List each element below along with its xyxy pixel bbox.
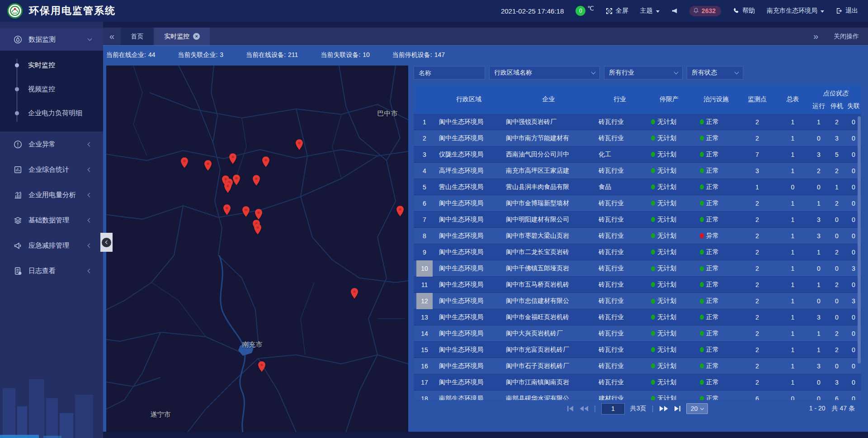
sidebar: 数据监测实时监控视频监控企业电力负荷明细企业异常企业综合统计企业用电量分析基础数… [0,22,103,438]
sidebar-item-enterprise-power-analysis[interactable]: 企业用电量分析 [0,182,103,207]
table-row[interactable]: 7阆中生态环境局阆中明阳建材有限公司砖瓦行业无计划正常21300 [414,212,861,228]
map-pin[interactable] [253,223,262,235]
log-file-icon [14,267,23,275]
map-pin[interactable] [252,174,261,186]
table-row[interactable]: 15阆中生态环境局阆中市光富页岩机砖厂砖瓦行业无计划正常21120 [414,342,861,358]
table-row[interactable]: 14阆中生态环境局阆中大兴页岩机砖厂砖瓦行业无计划正常21120 [414,325,861,342]
cell-company: 阆中市金福旺页岩机砖 [502,313,595,321]
close-operations-button[interactable]: 关闭操作 [834,33,859,41]
cell-facility-status: 正常 [693,199,739,207]
tabs-scroll-left-icon[interactable]: « [103,28,121,45]
cell-meters: 1 [776,118,810,126]
sidebar-item-log-view[interactable]: 日志查看 [0,258,103,283]
cell-industry: 砖瓦行业 [595,330,645,338]
status-dot [700,282,704,287]
next-page-button[interactable] [659,405,668,412]
sidebar-item-enterprise-power-load-detail[interactable]: 企业电力负荷明细 [0,101,103,125]
sidebar-item-emergency-reduction[interactable]: 应急减排管理 [0,233,103,258]
sound-mute-button[interactable] [671,8,678,14]
total-pages-label: 共3页 [630,405,646,413]
cell-run: 1 [810,118,828,126]
scrollbar-thumb[interactable] [858,116,861,363]
tab-home[interactable]: 首页 [121,28,153,45]
theme-dropdown[interactable]: 主题 [640,7,660,15]
logout-button[interactable]: 退出 [836,7,858,15]
cell-company: 阆中市石子页岩机砖厂 [502,362,595,370]
name-filter-input[interactable] [414,66,485,80]
table-row[interactable]: 3仪陇生态环境局西南油气田分公司川中化工无计划正常71350 [414,146,861,163]
page-number-input[interactable] [601,403,625,414]
table-row[interactable]: 16阆中生态环境局阆中市石子页岩机砖厂砖瓦行业无计划正常21300 [414,358,861,374]
map-pin[interactable] [228,153,237,165]
table-row[interactable]: 10阆中生态环境局阆中千佛镇五郎垭页岩砖瓦行业无计划正常21003 [414,260,861,277]
row-index: 2 [419,132,430,144]
sidebar-item-video-monitoring[interactable]: 视频监控 [0,77,103,101]
map-pin[interactable] [350,287,359,299]
cell-facility-status: 正常 [693,330,739,338]
sidebar-item-enterprise-abnormal[interactable]: 企业异常 [0,132,103,157]
fullscreen-button[interactable]: 全屏 [606,7,628,15]
table-row[interactable]: 18南部生态环境局南部县砚华水泥有限公建材行业无计划正常60060 [414,391,861,400]
map-pin[interactable] [180,157,189,169]
table-row[interactable]: 5营山生态环境局营山县润丰肉食品有限食品无计划正常10010 [414,179,861,195]
map[interactable]: 巴中市南充市遂宁市 [106,66,408,432]
map-pin[interactable] [232,174,241,186]
map-pin[interactable] [261,156,270,168]
page-size-select[interactable]: 20 [686,403,708,414]
tab-close-icon[interactable]: × [193,33,200,40]
table-row[interactable]: 12阆中生态环境局阆中市忠信建材有限公砖瓦行业无计划正常21003 [414,293,861,309]
table-row[interactable]: 9阆中生态环境局阆中市二龙长宝页岩砖砖瓦行业无计划正常21120 [414,244,861,260]
sidebar-item-realtime-monitoring[interactable]: 实时监控 [0,53,103,77]
cell-facility-status: 正常 [693,362,739,370]
table-scrollbar[interactable] [858,116,861,397]
prev-page-button[interactable] [580,405,589,412]
last-page-button[interactable] [674,405,681,412]
status-text: 正常 [706,167,719,175]
org-name: 南充市生态环境局 [767,7,817,15]
help-button[interactable]: 帮助 [733,7,755,15]
cell-stop: 5 [828,151,846,158]
status-filter-select[interactable]: 所有状态 [687,66,743,80]
app-root: 环保用电监管系统 2021-02-25 17:46:18 0 ℃ 全屏 主题 2… [0,0,868,438]
row-index: 18 [419,393,430,400]
cell-region: 阆中生态环境局 [435,248,502,256]
table-row[interactable]: 11阆中生态环境局阆中市五马桥页岩机砖砖瓦行业无计划正常21120 [414,277,861,293]
table-row[interactable]: 17阆中生态环境局阆中市江南镇阆南页岩砖瓦行业无计划正常21030 [414,374,861,391]
notification-badge[interactable]: 2632 [689,6,721,16]
industry-filter-select[interactable]: 所有行业 [604,66,683,80]
map-pin[interactable] [257,361,266,372]
map-pin[interactable] [254,208,263,220]
cell-points: 1 [739,184,776,191]
table-row[interactable]: 8阆中生态环境局阆中市枣碧大梁山页岩砖瓦行业无计划异常21300 [414,228,861,244]
cell-facility-status: 正常 [693,118,739,126]
cell-points: 2 [739,363,776,370]
map-pin[interactable] [396,205,405,217]
tabs-scroll-right-icon[interactable]: » [813,31,818,42]
row-index: 17 [419,377,430,388]
table-row[interactable]: 13阆中生态环境局阆中市金福旺页岩机砖砖瓦行业无计划正常21300 [414,309,861,325]
status-dot [651,347,655,352]
map-pin[interactable] [223,182,232,193]
sidebar-item-basic-data-management[interactable]: 基础数据管理 [0,207,103,233]
region-filter-select[interactable]: 行政区域名称 [489,66,600,80]
map-pin[interactable] [241,206,250,217]
sidebar-item-enterprise-statistics[interactable]: 企业综合统计 [0,157,103,182]
first-page-button[interactable] [567,405,574,412]
table-row[interactable]: 6阆中生态环境局阆中市金博瑞新型墙材砖瓦行业无计划正常21120 [414,195,861,212]
tab-label: 首页 [131,33,143,41]
chevron-down-icon [674,70,679,75]
row-index: 15 [419,344,430,356]
status-text: 无计划 [657,232,676,240]
sidebar-item-data-monitoring[interactable]: 数据监测 [0,28,103,51]
table-row[interactable]: 4高坪生态环境局南充市高坪区王家店建砖瓦行业无计划正常31220 [414,163,861,179]
table-row[interactable]: 1阆中生态环境局阆中强锐页岩砖厂砖瓦行业无计划正常21120 [414,114,861,130]
org-dropdown[interactable]: 南充市生态环境局 [767,7,824,15]
map-collapse-button[interactable] [100,233,113,252]
tab-realtime-monitoring[interactable]: 实时监控 × [154,28,210,45]
map-pin[interactable] [222,204,231,216]
map-pin[interactable] [295,139,304,151]
map-pin[interactable] [203,160,212,171]
chevron-down-icon [735,70,739,75]
status-dot [651,217,655,222]
table-row[interactable]: 2阆中生态环境局阆中市南方节能建材有砖瓦行业无计划正常21030 [414,130,861,146]
